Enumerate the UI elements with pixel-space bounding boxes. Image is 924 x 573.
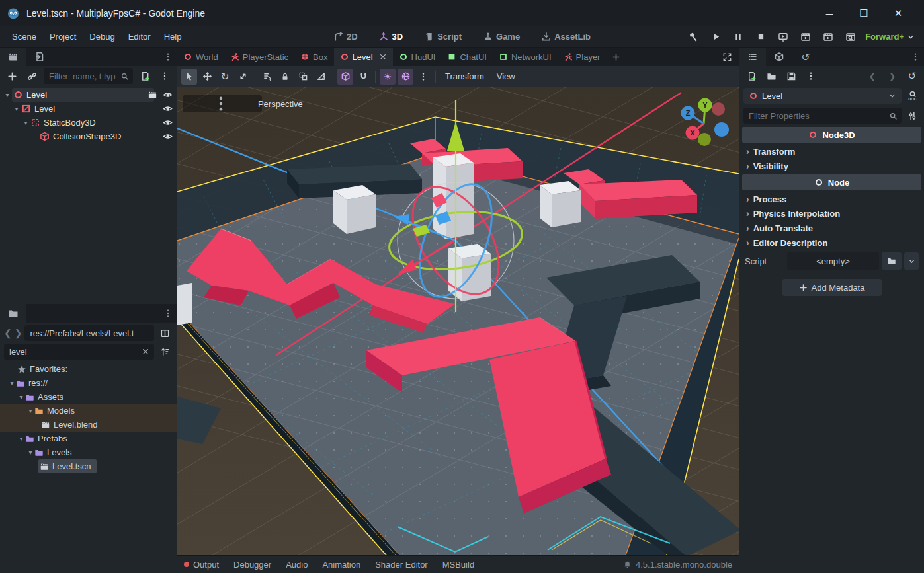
menu-help[interactable]: Help [157,29,189,44]
tool-select[interactable] [181,69,197,85]
view-menu[interactable]: View [491,71,521,81]
node-selector[interactable]: Level [743,88,902,104]
group-editor-description[interactable]: ›Editor Description [739,235,924,250]
attach-script-button[interactable] [137,68,153,84]
projection-selector[interactable]: Perspective [183,95,262,112]
white-crate-edge-sliver[interactable] [177,283,192,325]
object-history-button[interactable]: ↺ [904,68,920,84]
workspace-assetlib[interactable]: AssetLib [535,30,597,44]
inspector-menu[interactable] [907,48,924,66]
panel-animation[interactable]: Animation [322,560,360,570]
viewport-canvas[interactable]: Y Z X [177,87,739,555]
group-process[interactable]: ›Process [739,192,924,206]
fs-row-levels[interactable]: ▾Levels [0,445,177,459]
fs-row-level-tscn[interactable]: Level.tscn [0,459,177,473]
bell-icon[interactable] [623,560,632,569]
property-tools-button[interactable] [904,108,920,124]
viewport-3d[interactable]: Y Z X Perspective [177,87,739,555]
scene-tab-player[interactable]: Player [558,48,607,66]
menu-debug[interactable]: Debug [83,29,121,44]
history-forward-button[interactable]: ❯ [884,68,900,84]
tool-scale[interactable] [235,69,251,85]
play-button[interactable] [708,29,724,45]
tree-row-staticbody[interactable]: ▾ StaticBody3D [0,116,177,130]
nav-back-button[interactable]: ❮ [4,328,12,338]
scene-tab-networkui[interactable]: NetworkUI [493,48,558,66]
snap-toggle[interactable] [355,69,371,85]
group-selected-button[interactable] [295,69,311,85]
group-visibility[interactable]: ›Visibility [739,159,924,173]
history-back-button[interactable]: ❮ [864,68,880,84]
scene-tab-box[interactable]: Box [294,48,333,66]
open-docs-button[interactable] [904,88,920,104]
script-value-field[interactable]: <empty> [787,252,879,270]
clear-search-icon[interactable] [142,348,149,356]
filesystem-search-input[interactable] [4,344,154,360]
workspace-2d[interactable]: 2D [327,30,364,44]
scene-badge-icon[interactable] [147,90,157,100]
resource-menu[interactable] [803,68,819,84]
new-resource-button[interactable] [743,68,759,84]
menu-editor[interactable]: Editor [122,29,157,44]
menu-scene[interactable]: Scene [5,29,43,44]
scene-tab-world[interactable]: World [177,48,224,66]
scene-tab-chatui[interactable]: ChatUI [441,48,492,66]
workspace-3d[interactable]: 3D [373,30,409,44]
collapse-caret[interactable]: ▾ [21,119,30,126]
add-node-button[interactable] [4,68,20,84]
script-options-button[interactable] [904,252,919,270]
collapse-caret[interactable]: ▾ [12,105,21,112]
play-remote-button[interactable] [775,29,791,45]
ruler-button[interactable] [313,69,329,85]
new-scene-tab-button[interactable] [606,48,626,66]
load-resource-button[interactable] [763,68,779,84]
add-metadata-button[interactable]: Add Metadata [782,279,882,296]
fs-row-assets[interactable]: ▾Assets [0,390,177,404]
distraction-free-button[interactable] [716,48,739,66]
fs-row-prefabs[interactable]: ▾Prefabs [0,432,177,445]
renderer-selector[interactable]: Forward+ [865,32,915,42]
play-scene-button[interactable] [798,29,814,45]
sort-button[interactable] [157,344,173,360]
tab-import-dock[interactable] [26,48,53,66]
tab-history[interactable]: ↺ [792,48,819,66]
tool-move[interactable] [199,69,215,85]
visibility-eye-icon[interactable] [163,90,173,100]
pause-button[interactable] [730,29,746,45]
fs-row-level-blend[interactable]: Level.blend [0,418,177,432]
scene-tab-level[interactable]: Level [334,48,393,66]
close-tab-icon[interactable] [379,53,387,61]
collapse-caret[interactable]: ▾ [3,91,12,98]
close-button[interactable]: ✕ [888,3,908,23]
preview-sun-toggle[interactable]: ☀ [380,69,396,85]
visibility-eye-icon[interactable] [163,132,173,141]
nav-forward-button[interactable]: ❯ [15,328,22,338]
fs-row-models[interactable]: ▾Models [0,404,177,418]
workspace-script[interactable]: Script [418,30,468,44]
visibility-eye-icon[interactable] [163,104,173,114]
panel-shader-editor[interactable]: Shader Editor [375,560,428,570]
scene-filter-input[interactable] [44,68,133,84]
workspace-game[interactable]: Game [477,30,526,44]
build-button[interactable] [685,29,701,45]
stop-button[interactable] [753,29,769,45]
scene-dock-menu[interactable] [159,48,177,66]
minimize-button[interactable]: ─ [819,3,839,23]
movie-maker-button[interactable] [843,29,859,45]
lock-selected-button[interactable] [277,69,293,85]
transform-menu[interactable]: Transform [440,71,489,81]
path-field[interactable] [24,325,154,341]
group-auto-translate[interactable]: ›Auto Translate [739,221,924,235]
instance-scene-button[interactable] [24,68,40,84]
panel-output[interactable]: Output [184,560,219,570]
script-load-button[interactable] [882,252,902,270]
group-physics-interpolation[interactable]: ›Physics Interpolation [739,206,924,221]
tree-row-collisionshape[interactable]: CollisionShape3D [0,130,177,143]
scene-tab-hudui[interactable]: HudUI [393,48,442,66]
save-resource-button[interactable] [783,68,799,84]
panel-msbuild[interactable]: MSBuild [442,560,474,570]
tab-node[interactable] [766,48,792,66]
split-view-button[interactable] [157,325,173,341]
tool-list-select[interactable] [259,69,275,85]
tab-inspector[interactable] [739,48,766,66]
